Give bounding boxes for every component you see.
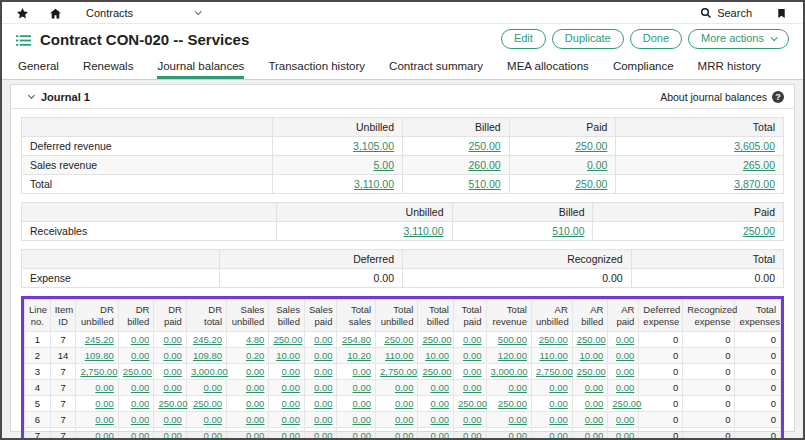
amount-link[interactable]: 0.00 [204,382,223,393]
amount-link[interactable]: 0.00 [204,430,223,440]
amount-link[interactable]: 3,000.00 [491,366,528,377]
edit-button[interactable]: Edit [501,29,546,49]
amount-link[interactable]: 245.20 [193,334,222,345]
amount-link[interactable]: 0.00 [395,398,414,409]
star-icon[interactable] [16,6,29,19]
amount-link[interactable]: 250.00 [575,140,607,152]
amount-link[interactable]: 0.00 [430,382,449,393]
amount-link[interactable]: 250.00 [422,366,451,377]
search-button[interactable]: Search [700,7,752,19]
amount-link[interactable]: 0.00 [246,382,265,393]
amount-link[interactable]: 0.00 [281,398,300,409]
amount-link[interactable]: 500.00 [498,334,527,345]
amount-link[interactable]: 510.00 [469,178,501,190]
amount-link[interactable]: 109.80 [85,350,114,361]
amount-link[interactable]: 0.00 [131,430,150,440]
amount-link[interactable]: 0.00 [463,350,482,361]
amount-link[interactable]: 3,870.00 [734,178,775,190]
amount-link[interactable]: 10.00 [425,350,449,361]
amount-link[interactable]: 250.00 [612,398,641,409]
amount-link[interactable]: 0.00 [246,398,265,409]
amount-link[interactable]: 0.00 [204,414,223,425]
amount-link[interactable]: 0.00 [163,382,182,393]
tab-mrr-history[interactable]: MRR history [698,54,761,79]
amount-link[interactable]: 0.00 [585,430,604,440]
amount-link[interactable]: 250.00 [539,334,568,345]
amount-link[interactable]: 0.00 [616,414,635,425]
amount-link[interactable]: 250.00 [384,334,413,345]
tab-renewals[interactable]: Renewals [83,54,134,79]
amount-link[interactable]: 0.00 [281,430,300,440]
amount-link[interactable]: 0.00 [549,398,568,409]
tab-mea-allocations[interactable]: MEA allocations [507,54,589,79]
amount-link[interactable]: 250.00 [158,398,187,409]
amount-link[interactable]: 0.00 [353,414,372,425]
amount-link[interactable]: 0.00 [163,334,182,345]
amount-link[interactable]: 250.00 [123,366,152,377]
about-journal-balances-link[interactable]: About journal balances ? [660,91,784,103]
amount-link[interactable]: 3,110.00 [403,225,443,237]
journal-collapse-toggle[interactable]: Journal 1 [21,91,90,103]
amount-link[interactable]: 0.00 [616,366,635,377]
amount-link[interactable]: 10.00 [580,350,604,361]
amount-link[interactable]: 10.20 [347,350,371,361]
amount-link[interactable]: 0.00 [353,366,372,377]
amount-link[interactable]: 0.00 [95,430,114,440]
amount-link[interactable]: 0.00 [131,334,150,345]
amount-link[interactable]: 250.00 [469,140,501,152]
duplicate-button[interactable]: Duplicate [552,29,624,49]
amount-link[interactable]: 265.00 [743,159,775,171]
amount-link[interactable]: 0.00 [131,398,150,409]
amount-link[interactable]: 10.00 [276,350,300,361]
amount-link[interactable]: 0.00 [616,382,635,393]
amount-link[interactable]: 0.00 [131,382,150,393]
amount-link[interactable]: 0.00 [395,430,414,440]
amount-link[interactable]: 5.00 [374,159,394,171]
amount-link[interactable]: 0.20 [246,350,265,361]
amount-link[interactable]: 0.00 [95,382,114,393]
amount-link[interactable]: 250.00 [498,398,527,409]
amount-link[interactable]: 0.00 [585,414,604,425]
amount-link[interactable]: 0.00 [463,366,482,377]
amount-link[interactable]: 0.00 [463,382,482,393]
amount-link[interactable]: 0.00 [395,414,414,425]
amount-link[interactable]: 0.00 [314,414,333,425]
amount-link[interactable]: 250.00 [273,334,302,345]
amount-link[interactable]: 4.80 [246,334,265,345]
amount-link[interactable]: 0.00 [463,334,482,345]
amount-link[interactable]: 0.00 [95,398,114,409]
more-actions-button[interactable]: More actions [688,29,789,49]
amount-link[interactable]: 0.00 [314,430,333,440]
amount-link[interactable]: 2,750.00 [80,366,117,377]
amount-link[interactable]: 0.00 [314,398,333,409]
amount-link[interactable]: 0.00 [430,414,449,425]
amount-link[interactable]: 250.00 [422,334,451,345]
amount-link[interactable]: 0.00 [163,430,182,440]
amount-link[interactable]: 3,605.00 [734,140,775,152]
amount-link[interactable]: 0.00 [246,366,265,377]
amount-link[interactable]: 0.00 [395,382,414,393]
amount-link[interactable]: 0.00 [549,382,568,393]
amount-link[interactable]: 254.80 [342,334,371,345]
amount-link[interactable]: 0.00 [585,398,604,409]
amount-link[interactable]: 0.00 [430,398,449,409]
amount-link[interactable]: 0.00 [314,334,333,345]
amount-link[interactable]: 0.00 [131,350,150,361]
amount-link[interactable]: 0.00 [616,350,635,361]
amount-link[interactable]: 110.00 [539,350,567,361]
amount-link[interactable]: 3,110.00 [354,178,394,190]
app-menu-contracts[interactable]: Contracts [86,7,200,19]
amount-link[interactable]: 0.00 [616,430,635,440]
amount-link[interactable]: 0.00 [95,414,114,425]
tab-transaction-history[interactable]: Transaction history [268,54,365,79]
home-icon[interactable] [49,6,62,19]
amount-link[interactable]: 120.00 [498,350,527,361]
amount-link[interactable]: 0.00 [314,366,333,377]
amount-link[interactable]: 0.00 [549,430,568,440]
amount-link[interactable]: 0.00 [508,414,527,425]
amount-link[interactable]: 0.00 [246,414,265,425]
amount-link[interactable]: 0.00 [314,350,333,361]
amount-link[interactable]: 0.00 [281,366,300,377]
amount-link[interactable]: 0.00 [246,430,265,440]
amount-link[interactable]: 250.00 [577,366,606,377]
